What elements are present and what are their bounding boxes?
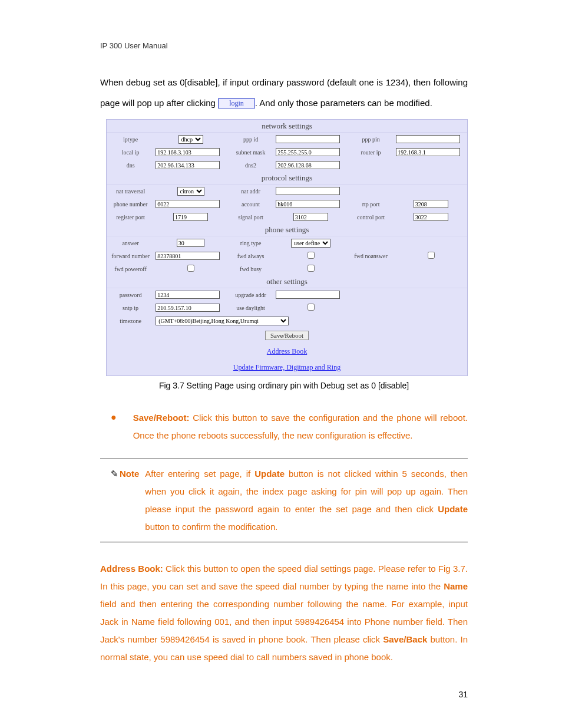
nat-addr-input[interactable]	[276, 187, 340, 195]
answer-input[interactable]	[177, 239, 205, 247]
fwd-noanswer-checkbox[interactable]	[428, 252, 435, 259]
save-reboot-label: Save/Reboot:	[133, 413, 190, 423]
lbl-account: account	[227, 197, 275, 210]
lbl-ppp-pin: ppp pin	[347, 133, 395, 146]
router-ip-input[interactable]	[396, 148, 460, 156]
lbl-local-ip: local ip	[107, 146, 154, 159]
lbl-answer: answer	[107, 236, 154, 249]
lbl-dns2: dns2	[227, 159, 275, 172]
note-text-1a: After entering set page, if	[145, 469, 254, 479]
timezone-select[interactable]: (GMT+08:00)Beijing,Hong Kong,Urumqi	[156, 317, 289, 325]
manual-header: IP 300 User Manual	[100, 41, 468, 50]
pencil-icon: ✎	[111, 465, 118, 483]
lbl-fwd-poweroff: fwd poweroff	[107, 262, 154, 275]
lbl-fwd-always: fwd always	[227, 249, 275, 262]
signal-port-input[interactable]	[293, 213, 328, 221]
rtp-port-input[interactable]	[414, 200, 448, 208]
address-name: Name	[444, 581, 468, 591]
dns-input[interactable]	[156, 161, 220, 169]
section-protocol: protocol settings	[107, 172, 467, 185]
use-daylight-checkbox[interactable]	[308, 304, 315, 311]
lbl-upgrade-addr: upgrade addr	[227, 288, 275, 301]
section-network: network settings	[107, 120, 467, 133]
address-saveback: Save/Back	[383, 634, 427, 644]
lbl-fwd-noanswer: fwd noanswer	[347, 249, 395, 262]
divider-bottom	[100, 542, 468, 542]
note-update-1: Update	[254, 469, 285, 479]
upgrade-addr-input[interactable]	[276, 291, 340, 299]
lbl-password: password	[107, 288, 154, 301]
nat-traversal-select[interactable]: citron	[177, 187, 204, 196]
lbl-sntp-ip: sntp ip	[107, 301, 154, 314]
lbl-forward-number: forward number	[107, 249, 154, 262]
ppp-id-input[interactable]	[276, 135, 340, 143]
control-port-input[interactable]	[414, 213, 448, 221]
register-port-input[interactable]	[173, 213, 208, 221]
intro-part2: . And only those parameters can be modif…	[255, 98, 432, 108]
address-book-label: Address Book:	[100, 564, 163, 574]
lbl-rtp-port: rtp port	[347, 197, 395, 210]
address-book-block: Address Book: Click this button to open …	[100, 560, 468, 666]
lbl-fwd-busy: fwd busy	[227, 262, 275, 275]
lbl-nat-traversal: nat traversal	[107, 185, 154, 197]
lbl-ring-type: ring type	[227, 236, 275, 249]
ring-type-select[interactable]: user define	[291, 239, 330, 248]
save-reboot-button[interactable]: Save/Reboot	[265, 331, 309, 340]
dns2-input[interactable]	[276, 161, 340, 169]
settings-panel: network settings iptype dhcp ppp id ppp …	[106, 119, 468, 376]
local-ip-input[interactable]	[156, 148, 220, 156]
fwd-always-checkbox[interactable]	[308, 252, 315, 259]
figure-caption: Fig 3.7 Setting Page using ordinary pin …	[100, 381, 468, 390]
fwd-poweroff-checkbox[interactable]	[187, 265, 194, 272]
intro-paragraph: When debug set as 0[disable], if input o…	[100, 73, 468, 113]
update-firmware-link[interactable]: Update Firmware, Digitmap and Ring	[233, 363, 340, 371]
section-phone: phone settings	[107, 223, 467, 236]
lbl-dns: dns	[107, 159, 154, 172]
fwd-busy-checkbox[interactable]	[308, 265, 315, 272]
lbl-register-port: register port	[107, 210, 154, 223]
lbl-nat-addr: nat addr	[227, 185, 275, 197]
phone-number-input[interactable]	[156, 200, 220, 208]
ppp-pin-input[interactable]	[396, 135, 460, 143]
forward-number-input[interactable]	[156, 252, 220, 260]
lbl-subnet-mask: subnet mask	[227, 146, 275, 159]
note-block: ✎Note After entering set page, if Update…	[111, 465, 468, 536]
bullet-icon: ●	[111, 409, 117, 444]
subnet-mask-input[interactable]	[276, 148, 340, 156]
lbl-iptype: iptype	[107, 133, 154, 146]
lbl-control-port: control port	[347, 210, 395, 223]
bullet-block: ● Save/Reboot: Click this button to save…	[100, 409, 468, 444]
note-text-1c: button to confirm the modification.	[145, 522, 277, 532]
divider-top	[100, 459, 468, 459]
section-other: other settings	[107, 275, 467, 288]
lbl-ppp-id: ppp id	[227, 133, 275, 146]
iptype-select[interactable]: dhcp	[178, 135, 203, 144]
address-book-link[interactable]: Address Book	[267, 347, 307, 355]
note-label: Note	[120, 469, 139, 479]
lbl-timezone: timezone	[107, 314, 154, 327]
password-input[interactable]	[156, 291, 220, 299]
lbl-use-daylight: use daylight	[227, 301, 275, 314]
sntp-ip-input[interactable]	[156, 304, 220, 312]
lbl-router-ip: router ip	[347, 146, 395, 159]
lbl-signal-port: signal port	[227, 210, 275, 223]
lbl-phone-number: phone number	[107, 197, 154, 210]
login-button[interactable]: login	[218, 98, 255, 108]
note-update-2: Update	[438, 504, 468, 514]
page-number: 31	[100, 690, 468, 699]
account-input[interactable]	[276, 200, 340, 208]
